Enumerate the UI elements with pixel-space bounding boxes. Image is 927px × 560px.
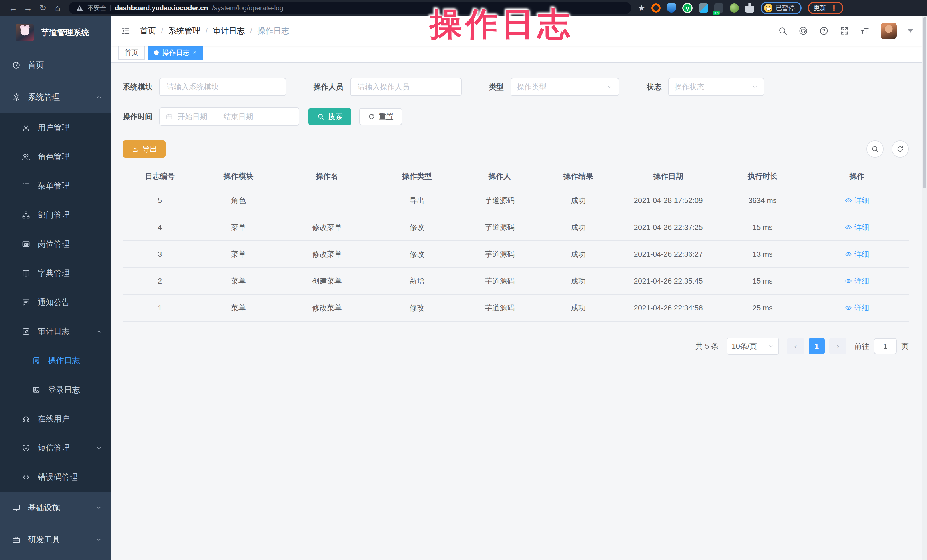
sidebar-item-label: 通知公告 <box>38 297 70 308</box>
sidebar-item-label: 角色管理 <box>38 151 70 162</box>
sidebar-item-operate-log[interactable]: 操作日志 <box>0 346 111 375</box>
sidebar-item-audit-log[interactable]: 审计日志 <box>0 317 111 346</box>
cell-module: 菜单 <box>197 249 280 259</box>
type-select[interactable]: 操作类型 <box>511 78 619 96</box>
chevron-down-icon <box>752 83 758 90</box>
user-icon <box>22 123 30 132</box>
sidebar-item-users[interactable]: 用户管理 <box>0 113 111 142</box>
end-date-placeholder: 结束日期 <box>223 112 253 121</box>
goto-page-input[interactable] <box>874 338 897 354</box>
tab-home[interactable]: 首页 <box>118 45 144 60</box>
browser-reload-icon[interactable]: ↻ <box>35 0 50 16</box>
users-icon <box>22 152 30 161</box>
browser-home-icon[interactable]: ⌂ <box>50 0 65 16</box>
sidebar-item-notice[interactable]: 通知公告 <box>0 288 111 317</box>
detail-link[interactable]: 详细 <box>845 222 869 232</box>
cell-log-id: 3 <box>123 250 197 259</box>
search-icon[interactable] <box>778 26 788 36</box>
sidebar-fold-icon[interactable] <box>120 26 131 35</box>
monitor-icon <box>12 504 21 512</box>
sidebar-item-posts[interactable]: 岗位管理 <box>0 229 111 259</box>
extension-green-v-icon[interactable]: v <box>682 3 693 13</box>
sidebar-item-dict[interactable]: 字典管理 <box>0 259 111 288</box>
detail-link[interactable]: 详细 <box>845 276 869 286</box>
browser-update-chip[interactable]: 更新 ⋮ <box>808 2 843 14</box>
fullscreen-icon[interactable] <box>840 26 849 36</box>
sidebar-item-online-users[interactable]: 在线用户 <box>0 404 111 434</box>
refresh-table-button[interactable] <box>892 141 909 158</box>
tab-close-icon[interactable]: × <box>193 49 197 56</box>
sidebar-item-system[interactable]: 系统管理 <box>0 81 111 113</box>
browser-forward-icon[interactable]: → <box>21 0 35 16</box>
extension-blue-icon[interactable] <box>699 3 708 12</box>
breadcrumb-separator: / <box>250 26 252 35</box>
sidebar-item-home[interactable]: 首页 <box>0 49 111 81</box>
code-icon <box>22 473 30 481</box>
reset-button[interactable]: 重置 <box>359 108 402 125</box>
app-logo-row[interactable]: 芋道管理系统 <box>0 16 111 49</box>
detail-link-label: 详细 <box>854 303 869 313</box>
prev-page-button[interactable]: ‹ <box>787 338 804 354</box>
github-icon[interactable] <box>798 26 808 36</box>
breadcrumb-audit-log[interactable]: 审计日志 <box>213 26 245 36</box>
breadcrumb-home[interactable]: 首页 <box>140 26 156 36</box>
sidebar-item-roles[interactable]: 角色管理 <box>0 142 111 171</box>
col-header: 操作日期 <box>617 171 720 181</box>
breadcrumb-system[interactable]: 系统管理 <box>169 26 201 36</box>
sidebar-item-error-codes[interactable]: 错误码管理 <box>0 463 111 492</box>
sidebar-item-infrastructure[interactable]: 基础设施 <box>0 492 111 524</box>
extensions-puzzle-icon[interactable] <box>745 3 754 12</box>
start-date-placeholder: 开始日期 <box>178 112 207 121</box>
module-input[interactable] <box>160 78 286 96</box>
page-scrollbar[interactable] <box>922 16 927 560</box>
export-button[interactable]: 导出 <box>123 141 166 158</box>
main-area: 首页 / 系统管理 / 审计日志 / 操作日志 <box>111 16 922 560</box>
browser-menu-icon[interactable]: ⋮ <box>830 4 837 12</box>
detail-link[interactable]: 详细 <box>845 196 869 206</box>
filter-row-1: 系统模块 操作人员 类型 操作类型 状态 操作状态 <box>123 78 909 96</box>
date-range-picker[interactable]: 开始日期 - 结束日期 <box>160 107 299 126</box>
extension-leaf-icon[interactable] <box>729 3 739 12</box>
page-1-button[interactable]: 1 <box>809 338 825 354</box>
cell-log-id: 1 <box>123 304 197 313</box>
message-bubble-icon <box>22 298 30 307</box>
bookmark-star-icon[interactable]: ★ <box>638 3 645 13</box>
header-actions <box>778 23 913 39</box>
cell-result: 成功 <box>540 276 617 286</box>
cell-result: 成功 <box>540 222 617 232</box>
user-menu-caret-icon[interactable] <box>907 29 913 33</box>
tag-view-bar: 首页 操作日志 × <box>111 46 922 63</box>
help-icon[interactable] <box>819 26 829 36</box>
sidebar-item-menus[interactable]: 菜单管理 <box>0 171 111 200</box>
status-select-placeholder: 操作状态 <box>675 82 704 92</box>
sidebar-item-dev-tools[interactable]: 研发工具 <box>0 524 111 556</box>
detail-link[interactable]: 详细 <box>845 303 869 313</box>
page-size-select[interactable]: 10条/页 <box>726 338 779 355</box>
module-label: 系统模块 <box>123 82 152 92</box>
search-button[interactable]: 搜索 <box>308 108 351 125</box>
detail-link[interactable]: 详细 <box>845 249 869 259</box>
scrollbar-thumb[interactable] <box>923 17 926 188</box>
cell-result: 成功 <box>540 303 617 313</box>
sidebar-item-sms[interactable]: 短信管理 <box>0 434 111 463</box>
extension-switch-icon[interactable]: on <box>714 3 723 12</box>
security-label[interactable]: 不安全 <box>87 4 106 12</box>
extension-orange-icon[interactable] <box>651 3 661 12</box>
sidebar-item-login-log[interactable]: 登录日志 <box>0 375 111 404</box>
paused-extension-chip[interactable]: 已暂停 <box>760 2 802 14</box>
user-avatar[interactable] <box>881 23 897 39</box>
detail-link-label: 详细 <box>854 249 869 259</box>
toggle-search-button[interactable] <box>866 141 884 158</box>
tab-operate-log[interactable]: 操作日志 × <box>148 45 203 60</box>
next-page-button[interactable]: › <box>829 338 846 354</box>
chevron-down-icon <box>606 83 613 90</box>
address-bar[interactable]: 不安全 dashboard.yudao.iocoder.cn /system/l… <box>68 2 631 14</box>
browser-back-icon[interactable]: ← <box>6 0 21 16</box>
extension-pin-icon[interactable] <box>667 3 676 12</box>
cell-module: 菜单 <box>197 276 280 286</box>
status-select[interactable]: 操作状态 <box>668 78 764 96</box>
sidebar-item-departments[interactable]: 部门管理 <box>0 200 111 229</box>
reset-button-label: 重置 <box>379 112 394 121</box>
operator-input[interactable] <box>350 78 462 96</box>
font-size-icon[interactable] <box>860 26 870 36</box>
